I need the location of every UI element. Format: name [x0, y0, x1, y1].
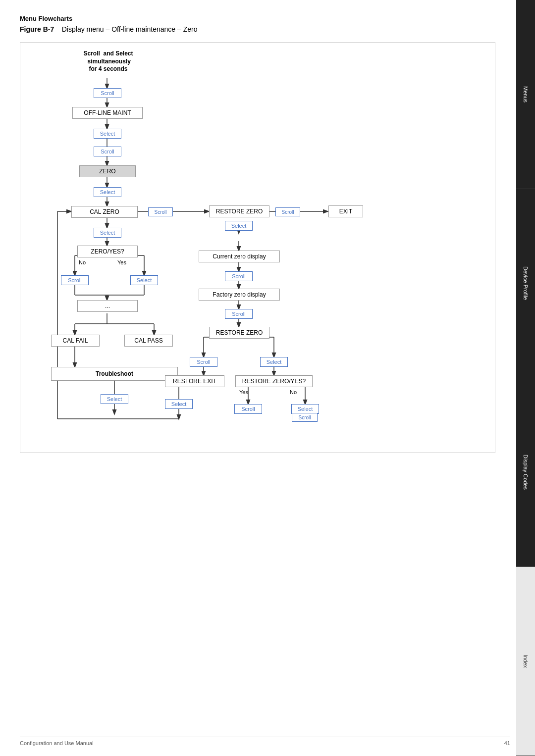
scroll7-btn[interactable]: Scroll [225, 309, 253, 319]
select4-btn[interactable]: Select [130, 275, 158, 285]
scroll9-btn[interactable]: Scroll [234, 404, 262, 414]
scroll8-btn[interactable]: Scroll [190, 357, 217, 367]
footer: Configuration and Use Manual 41 [20, 737, 510, 746]
start-node: Scroll and Select simultaneouslyfor 4 se… [65, 50, 152, 73]
current-zero-box: Current zero display [199, 251, 280, 262]
select2-btn[interactable]: Select [94, 187, 121, 197]
sidebar-tab-display-codes[interactable]: Display Codes [516, 378, 535, 567]
sidebar-tab-menus[interactable]: Menus [516, 0, 535, 189]
scroll2-btn[interactable]: Scroll [94, 147, 121, 156]
select5-btn[interactable]: Select [101, 394, 128, 404]
select6-btn[interactable]: Select [225, 221, 253, 231]
cal-zero-box: CAL ZERO [71, 206, 138, 218]
select8-btn[interactable]: Select [165, 399, 193, 409]
figure-number: Figure B-7 [20, 25, 54, 33]
scroll-calzero-restore-btn[interactable]: Scroll [148, 207, 173, 216]
troubleshoot-box: Troubleshoot [51, 367, 178, 381]
ellipsis-box: ... [77, 300, 138, 312]
restore-zero-yes-box: RESTORE ZERO/YES? [235, 375, 313, 387]
yes-label: Yes [117, 259, 126, 265]
main-content: Menu Flowcharts Figure B-7 Display menu … [0, 0, 516, 756]
zero-yes-box: ZERO/YES? [77, 246, 138, 257]
exit-box: EXIT [328, 205, 363, 217]
sidebar-tab-device-profile[interactable]: Device Profile [516, 189, 535, 378]
select3-btn[interactable]: Select [94, 228, 121, 238]
cal-fail-box: CAL FAIL [51, 335, 100, 347]
scroll4-btn[interactable]: Scroll [61, 275, 89, 285]
yes-label2: Yes [239, 389, 248, 395]
figure-title-text: Display menu – Off-line maintenance – Ze… [62, 25, 198, 33]
scroll6-btn[interactable]: Scroll [225, 271, 253, 281]
scroll-no-btn[interactable]: Scroll [292, 413, 318, 422]
footer-right: 41 [504, 740, 510, 746]
cal-pass-box: CAL PASS [124, 335, 173, 347]
sidebar-tab-index[interactable]: Index [516, 567, 535, 756]
sidebar-tab-device-profile-label: Device Profile [523, 266, 529, 300]
figure-title: Figure B-7 Display menu – Off-line maint… [20, 25, 496, 33]
sidebar-tab-index-label: Index [523, 655, 529, 668]
select9-btn[interactable]: Select [291, 404, 319, 414]
factory-zero-box: Factory zero display [199, 289, 280, 301]
restore-zero1-box: RESTORE ZERO [209, 205, 269, 217]
sidebar-tab-display-codes-label: Display Codes [523, 454, 529, 490]
footer-left: Configuration and Use Manual [20, 740, 94, 746]
zero-box: ZERO [79, 165, 136, 177]
no-label2: No [290, 389, 297, 395]
sidebar-tab-menus-label: Menus [523, 86, 529, 102]
no-label: No [79, 259, 86, 265]
section-title: Menu Flowcharts [20, 15, 496, 22]
restore-exit-box: RESTORE EXIT [165, 375, 224, 387]
offline-maint-box: OFF-LINE MAINT [72, 107, 143, 119]
restore-zero2-box: RESTORE ZERO [209, 327, 269, 339]
flowchart-container: Scroll and Select simultaneouslyfor 4 se… [20, 42, 495, 453]
scroll-restore-exit-btn[interactable]: Scroll [275, 207, 300, 216]
sidebar: Menus Device Profile Display Codes Index [516, 0, 535, 756]
select1-btn[interactable]: Select [94, 129, 121, 139]
start-text: Scroll and Select simultaneouslyfor 4 se… [65, 50, 152, 73]
select7-btn[interactable]: Select [260, 357, 288, 367]
scroll1-btn[interactable]: Scroll [94, 88, 121, 98]
